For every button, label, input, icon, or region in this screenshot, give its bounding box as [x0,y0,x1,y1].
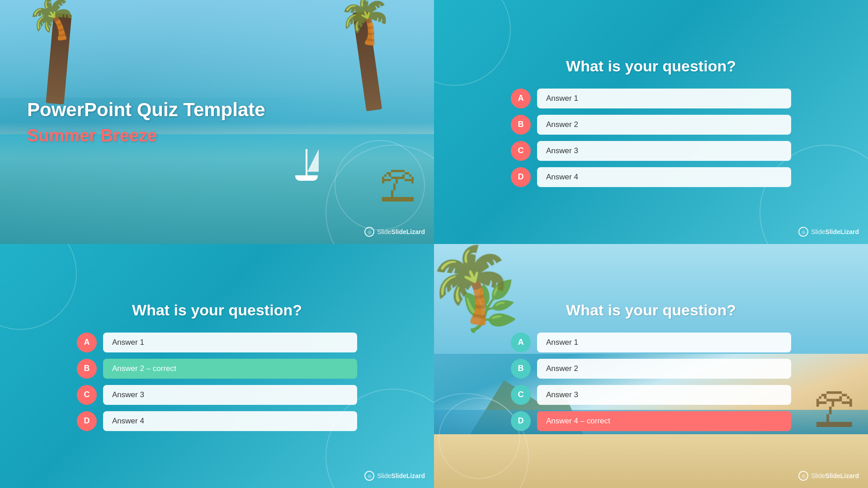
sailboat [306,149,307,181]
question-slide2: What is your question? [566,57,736,75]
palm-tree-1: 🌴 [36,0,54,86]
badge-a3: A [77,333,97,352]
answer-row-c4: C Answer 3 [511,385,791,405]
answer-c4: Answer 3 [537,385,791,405]
answer-row-b4: B Answer 2 [511,359,791,379]
answer-row-c2: C Answer 3 [511,141,791,161]
answer-row-a2: A Answer 1 [511,89,791,108]
answer-d2: Answer 4 [537,167,791,187]
branding-text3: SlideSlideLizard [377,472,425,479]
badge-d3: D [77,411,97,431]
question-slide4: What is your question? [566,301,736,319]
decorative-circle-br2 [439,398,520,479]
answer-a4: Answer 1 [537,333,791,352]
badge-c2: C [511,141,531,161]
decorative-circle-bl2 [0,244,77,330]
palm-tree-2: 🌴 [350,0,366,97]
answer-a2: Answer 1 [537,89,791,108]
answer-row-d3: D Answer 4 [77,411,357,431]
title-content: PowerPoint Quiz Template Summer Breeze [27,99,407,145]
answer-b3-correct: Answer 2 – correct [103,359,357,379]
badge-d4: D [511,411,531,431]
answers-slide4: A Answer 1 B Answer 2 C Answer 3 D Answe… [511,333,791,431]
branding-slide3: ◎ SlideSlideLizard [364,471,425,481]
slidelizard-logo4: ◎ [798,471,808,481]
badge-a2: A [511,89,531,108]
branding-text: SlideSlideLizard [377,228,425,235]
question-slide3: What is your question? [132,301,302,319]
badge-b3: B [77,359,97,379]
decorative-circle-tl2 [434,0,511,86]
badge-b4: B [511,359,531,379]
answer-b4: Answer 2 [537,359,791,379]
answer-d3: Answer 4 [103,411,357,431]
slidelizard-logo3: ◎ [364,471,374,481]
slide-quiz-2: What is your question? A Answer 1 B Answ… [434,0,868,244]
answer-row-c3: C Answer 3 [77,385,357,405]
badge-c4: C [511,385,531,405]
slidelizard-logo2: ◎ [798,227,808,237]
answer-row-d4: D Answer 4 – correct [511,411,791,431]
branding-text2: SlideSlideLizard [811,228,859,235]
badge-a4: A [511,333,531,352]
answer-b2: Answer 2 [537,115,791,135]
slide-quiz-4: 🌴 🌿 ⛱ What is your question? A Answer 1 … [434,244,868,488]
branding-slide2: ◎ SlideSlideLizard [798,227,859,237]
slide-title: 🌴 🌴 ⛱ PowerPoint Quiz Template Summer Br… [0,0,434,244]
answer-row-b2: B Answer 2 [511,115,791,135]
answer-row-d2: D Answer 4 [511,167,791,187]
answer-row-b3: B Answer 2 – correct [77,359,357,379]
branding-slide1: ◎ SlideSlideLizard [364,227,425,237]
main-title: PowerPoint Quiz Template [27,99,407,121]
beach-palm-main: 🌴 [434,244,519,330]
badge-d2: D [511,167,531,187]
answer-row-a4: A Answer 1 [511,333,791,352]
slide-quiz-3: What is your question? A Answer 1 B Answ… [0,244,434,488]
badge-c3: C [77,385,97,405]
answer-row-a3: A Answer 1 [77,333,357,352]
answer-d4-correct: Answer 4 – correct [537,411,791,431]
beach-umbrella-4: ⛱ [814,387,854,434]
badge-b2: B [511,115,531,135]
answers-slide2: A Answer 1 B Answer 2 C Answer 3 D Answe… [511,89,791,187]
slidelizard-logo: ◎ [364,227,374,237]
answer-c2: Answer 3 [537,141,791,161]
branding-text4: SlideSlideLizard [811,472,859,479]
branding-slide4: ◎ SlideSlideLizard [798,471,859,481]
answer-c3: Answer 3 [103,385,357,405]
subtitle: Summer Breeze [27,126,407,145]
beach-umbrella: ⛱ [380,166,416,208]
answers-slide3: A Answer 1 B Answer 2 – correct C Answer… [77,333,357,431]
answer-a3: Answer 1 [103,333,357,352]
